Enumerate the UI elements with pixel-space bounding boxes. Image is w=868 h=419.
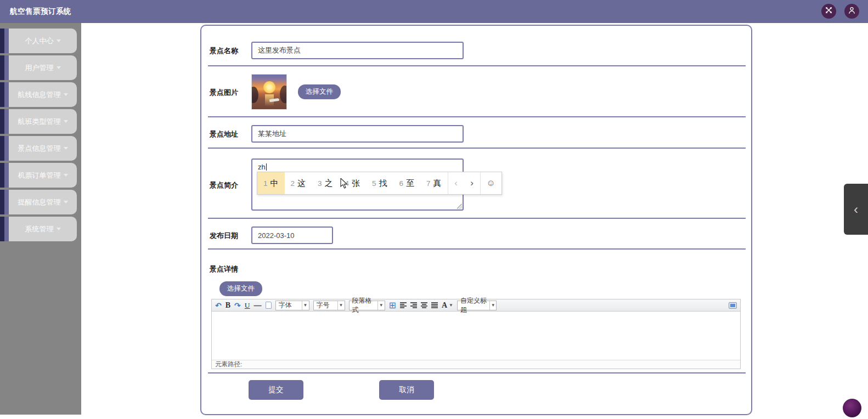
ime-candidate[interactable]: 7真	[420, 172, 448, 194]
font-size-label: 字号	[317, 301, 330, 310]
align-center-icon[interactable]	[421, 302, 427, 308]
choose-file-button-image[interactable]: 选择文件	[298, 84, 341, 99]
font-color-icon[interactable]: A	[442, 301, 447, 310]
custom-title-select[interactable]: 自定义标题▼	[457, 301, 497, 310]
paragraph-format-label: 段落格式	[352, 296, 377, 315]
chevron-down-icon	[57, 228, 61, 230]
stripe	[0, 55, 4, 80]
stripe	[4, 55, 9, 80]
fullscreen-button[interactable]	[821, 4, 836, 19]
choose-file-button-detail[interactable]: 选择文件	[219, 281, 262, 296]
align-left-icon[interactable]	[400, 302, 407, 308]
ime-prev-page-button[interactable]: ‹	[448, 172, 464, 194]
chevron-down-icon	[64, 93, 68, 96]
sidebar-item-scenic-spot-management[interactable]: 景点信息管理	[0, 136, 77, 161]
fullscreen-editor-icon[interactable]	[729, 302, 737, 309]
undo-icon[interactable]: ↶	[215, 300, 222, 311]
scenic-spot-form-panel: 景点名称 景点图片 选择文件 景点地址 景点简介 zh 1中 2这 3之 4张 …	[200, 25, 752, 415]
chevron-down-icon	[64, 174, 68, 177]
scenic-address-input[interactable]	[251, 125, 464, 143]
candidate-text: 至	[406, 178, 414, 189]
boat	[269, 98, 280, 102]
row-divider	[208, 372, 746, 373]
row-divider	[208, 218, 746, 219]
stripe	[0, 82, 4, 107]
ime-candidate[interactable]: 4张	[339, 172, 367, 194]
submit-button[interactable]: 提交	[249, 380, 303, 400]
ime-candidate[interactable]: 3之	[312, 172, 339, 194]
sidebar-item-route-info-management[interactable]: 航线信息管理	[0, 82, 77, 107]
sidebar-item-personal-center[interactable]: 个人中心	[0, 29, 77, 53]
candidate-number: 1	[263, 179, 268, 188]
stripe	[4, 217, 9, 241]
sidebar-item-label: 提醒信息管理	[18, 197, 61, 207]
paragraph-format-select[interactable]: 段落格式▼	[349, 301, 385, 310]
rich-text-editor: ↶ B ↷ U — 字体▼ 字号▼ 段落格式▼ ⊞ A ▼ 自定义标题▼	[211, 299, 741, 369]
chevron-down-icon: ▼	[337, 301, 345, 310]
row-divider	[208, 248, 746, 250]
cancel-button[interactable]: 取消	[379, 380, 434, 400]
font-family-select[interactable]: 字体▼	[275, 301, 309, 310]
chevron-down-icon: ▼	[302, 301, 309, 310]
ime-emoji-button[interactable]: ☺	[481, 172, 501, 194]
underline-icon[interactable]: U	[245, 301, 250, 310]
chevron-left-icon: ‹	[854, 203, 858, 216]
ime-candidate[interactable]: 5找	[366, 172, 393, 194]
candidate-number: 5	[372, 179, 376, 188]
stripe	[4, 190, 9, 214]
publish-date-input[interactable]	[251, 227, 333, 244]
ime-composition-text: zh	[258, 163, 266, 172]
app-title: 航空售票预订系统	[10, 7, 71, 16]
ime-candidate[interactable]: 1中	[257, 172, 285, 194]
sidebar-item-label: 机票订单管理	[18, 171, 61, 180]
sidebar-item-flight-type-management[interactable]: 航班类型管理	[0, 109, 77, 134]
tree-silhouette	[251, 87, 258, 103]
text-caret	[266, 163, 267, 171]
chevron-down-icon[interactable]: ▼	[449, 303, 453, 308]
user-profile-button[interactable]	[844, 4, 859, 19]
chevron-down-icon	[64, 201, 68, 203]
font-size-select[interactable]: 字号▼	[313, 301, 345, 310]
sidebar-item-ticket-order-management[interactable]: 机票订单管理	[0, 163, 77, 188]
scenic-name-input[interactable]	[251, 42, 464, 59]
candidate-number: 4	[345, 179, 350, 188]
align-justify-icon[interactable]	[431, 302, 438, 308]
editor-content-area[interactable]	[212, 312, 740, 360]
chevron-down-icon	[64, 120, 68, 123]
sidebar-item-label: 个人中心	[25, 36, 54, 46]
editor-toolbar: ↶ B ↷ U — 字体▼ 字号▼ 段落格式▼ ⊞ A ▼ 自定义标题▼	[212, 299, 740, 312]
floating-assistant-bubble[interactable]	[843, 399, 861, 417]
drawer-collapse-tab[interactable]: ‹	[844, 184, 868, 235]
stripe	[0, 217, 4, 241]
ime-candidate[interactable]: 2这	[285, 172, 312, 194]
candidate-text: 之	[325, 178, 333, 189]
sidebar-item-user-management[interactable]: 用户管理	[0, 55, 77, 80]
chevron-down-icon: ▼	[377, 301, 385, 310]
resize-grip[interactable]	[457, 204, 462, 209]
custom-title-label: 自定义标题	[460, 296, 489, 315]
new-document-icon[interactable]	[266, 302, 272, 309]
scenic-address-label: 景点地址	[210, 129, 238, 139]
sidebar-item-label: 航班类型管理	[18, 117, 61, 127]
font-family-label: 字体	[279, 301, 292, 310]
row-divider	[208, 65, 746, 66]
ime-candidate[interactable]: 6至	[393, 172, 421, 194]
align-right-icon[interactable]	[410, 302, 417, 308]
insert-table-icon[interactable]: ⊞	[389, 301, 396, 310]
redo-icon[interactable]: ↷	[234, 300, 241, 311]
ime-next-page-button[interactable]: ›	[464, 172, 480, 194]
sidebar-item-system-management[interactable]: 系统管理	[0, 217, 77, 241]
stripe	[0, 29, 4, 53]
stripe	[0, 109, 4, 134]
row-divider	[208, 116, 746, 117]
sidebar-item-label: 景点信息管理	[18, 144, 61, 154]
candidate-number: 6	[399, 179, 404, 188]
person-icon	[848, 6, 856, 16]
bold-icon[interactable]: B	[226, 301, 230, 310]
horizontal-rule-icon[interactable]: —	[254, 300, 262, 311]
stripe	[4, 29, 9, 53]
sun	[263, 81, 275, 93]
sidebar-item-reminder-info-management[interactable]: 提醒信息管理	[0, 190, 77, 214]
candidate-number: 7	[426, 179, 431, 188]
candidate-text: 真	[433, 178, 442, 189]
